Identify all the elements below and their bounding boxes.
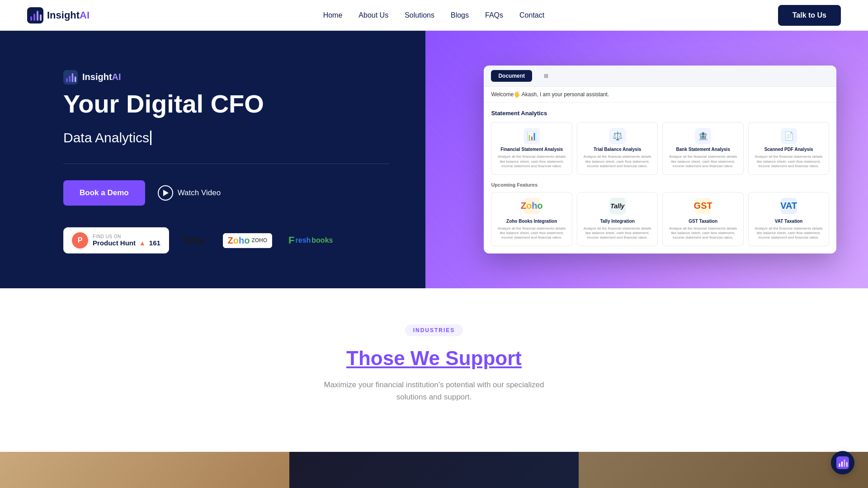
card-vat-title: VAT Taxation [775, 219, 803, 224]
card-tally-title: Tally Integration [600, 219, 635, 224]
freshbooks-logo: Freshbooks [285, 232, 336, 249]
product-hunt-badge[interactable]: P FIND US ON Product Hunt ▲ 161 [63, 227, 169, 253]
card-financial-title: Financial Statement Analysis [500, 147, 563, 152]
card-tally: Tally Tally Integration Analyze all the … [577, 192, 658, 246]
card-trial-desc: Analyze all the financial statements det… [582, 155, 653, 169]
svg-rect-13 [844, 459, 845, 467]
card-tally-desc: Analyze all the financial statements det… [582, 226, 653, 240]
bottom-image-1 [0, 452, 289, 488]
tally-icon: Tally [609, 198, 626, 214]
svg-rect-4 [40, 14, 42, 21]
industries-description: Maximize your financial institution's po… [312, 379, 556, 403]
watch-video-button[interactable]: Watch Video [158, 185, 221, 201]
svg-rect-11 [839, 464, 840, 467]
industries-title-underline: We Support [410, 347, 522, 369]
dashboard-mockup: Document ⊞ Welcome🖐️ Akash, I am your pe… [484, 66, 836, 253]
bottom-strip [0, 452, 868, 488]
vat-icon: VAT [781, 198, 797, 214]
hero-brand-text: InsightAI [82, 72, 121, 82]
card-pdf-desc: Analyze all the financial statements det… [753, 155, 825, 169]
pdf-icon: 📄 [781, 128, 797, 144]
card-financial-desc: Analyze all the financial statements det… [496, 155, 567, 169]
gst-icon: GST [695, 198, 711, 214]
trial-icon: ⚖️ [609, 128, 626, 144]
svg-rect-6 [66, 78, 68, 82]
svg-rect-9 [75, 76, 76, 82]
product-hunt-icon: P [72, 232, 88, 249]
svg-rect-8 [72, 73, 74, 82]
svg-rect-1 [30, 16, 32, 21]
play-icon [158, 185, 173, 201]
navbar: InsightAI Home About Us Solutions Blogs … [0, 0, 868, 31]
logo[interactable]: InsightAI [27, 7, 90, 23]
svg-rect-3 [37, 11, 38, 21]
card-vat: VAT VAT Taxation Analyze all the financi… [748, 192, 830, 246]
card-zoho-title: Zoho Books Integration [506, 219, 557, 224]
ph-arrow-icon: ▲ [139, 239, 146, 247]
mockup-tab-other: ⊞ [537, 70, 556, 82]
product-hunt-content: FIND US ON Product Hunt ▲ 161 [93, 234, 160, 247]
bottom-image-2 [289, 452, 579, 488]
mockup-upcoming-grid: Zoho Zoho Books Integration Analyze all … [491, 192, 829, 246]
nav-blogs[interactable]: Blogs [451, 11, 469, 19]
card-pdf-title: Scanned PDF Analysis [764, 147, 813, 152]
partners-bar: P FIND US ON Product Hunt ▲ 161 Tally. Z… [63, 227, 389, 253]
mockup-upcoming-title: Upcoming Features [491, 182, 829, 188]
card-trial-title: Trial Balance Analysis [594, 147, 641, 152]
mockup-body: Statement Analytics 📊 Financial Statemen… [484, 103, 836, 253]
hero-divider [63, 164, 389, 164]
nav-solutions[interactable]: Solutions [405, 11, 434, 19]
card-bank-title: Bank Statement Analysis [676, 147, 730, 152]
talk-to-us-button[interactable]: Talk to Us [778, 5, 841, 26]
card-vat-desc: Analyze all the financial statements det… [753, 226, 825, 240]
hero-brand: InsightAI [63, 70, 389, 84]
industries-section: INDUSTRIES Those We Support Maximize you… [0, 288, 868, 452]
card-zoho-desc: Analyze all the financial statements det… [496, 226, 567, 240]
card-bank: 🏦 Bank Statement Analysis Analyze all th… [662, 122, 744, 174]
svg-rect-14 [846, 462, 848, 467]
mockup-welcome-msg: Welcome🖐️ Akash, I am your personal assi… [484, 87, 836, 103]
bank-icon: 🏦 [695, 128, 711, 144]
card-gst: GST GST Taxation Analyze all the financi… [662, 192, 744, 246]
industries-badge: INDUSTRIES [405, 324, 463, 336]
mockup-tab-document: Document [491, 70, 532, 82]
card-pdf: 📄 Scanned PDF Analysis Analyze all the f… [748, 122, 830, 174]
hero-left: InsightAI Your Digital CFO Data Analytic… [0, 31, 425, 288]
card-bank-desc: Analyze all the financial statements det… [667, 155, 739, 169]
svg-rect-7 [69, 75, 71, 82]
card-financial: 📊 Financial Statement Analysis Analyze a… [491, 122, 572, 174]
hero-headline: Your Digital CFO [63, 90, 389, 118]
card-trial: ⚖️ Trial Balance Analysis Analyze all th… [577, 122, 658, 174]
logo-text: InsightAI [47, 9, 90, 21]
svg-rect-2 [33, 14, 35, 21]
card-gst-desc: Analyze all the financial statements det… [667, 226, 739, 240]
mockup-analytics-grid: 📊 Financial Statement Analysis Analyze a… [491, 122, 829, 174]
nav-faqs[interactable]: FAQs [485, 11, 503, 19]
book-demo-button[interactable]: Book a Demo [63, 180, 145, 206]
hero-subtext: Data Analytics [63, 130, 389, 145]
nav-about[interactable]: About Us [359, 11, 388, 19]
chat-widget[interactable] [831, 451, 854, 474]
hero-section: InsightAI Your Digital CFO Data Analytic… [0, 31, 868, 288]
nav-contact[interactable]: Contact [519, 11, 544, 19]
mockup-titlebar: Document ⊞ [484, 66, 836, 87]
nav-links: Home About Us Solutions Blogs FAQs Conta… [323, 11, 545, 19]
industries-title: Those We Support [27, 347, 841, 370]
card-zoho: Zoho Zoho Books Integration Analyze all … [491, 192, 572, 246]
mockup-window: Document ⊞ Welcome🖐️ Akash, I am your pe… [484, 66, 836, 253]
play-triangle-icon [163, 190, 169, 196]
bottom-image-3 [579, 452, 868, 488]
card-gst-title: GST Taxation [689, 219, 717, 224]
svg-rect-12 [841, 461, 843, 467]
zoho-icon: Zoho [524, 198, 540, 214]
tally-logo: Tally. [178, 232, 210, 249]
hero-right: Document ⊞ Welcome🖐️ Akash, I am your pe… [425, 31, 868, 288]
hero-buttons: Book a Demo Watch Video [63, 180, 389, 206]
zoho-logo: Zoho ZOHO [219, 232, 276, 249]
nav-home[interactable]: Home [323, 11, 343, 19]
financial-icon: 📊 [524, 128, 540, 144]
mockup-analytics-title: Statement Analytics [491, 110, 829, 117]
